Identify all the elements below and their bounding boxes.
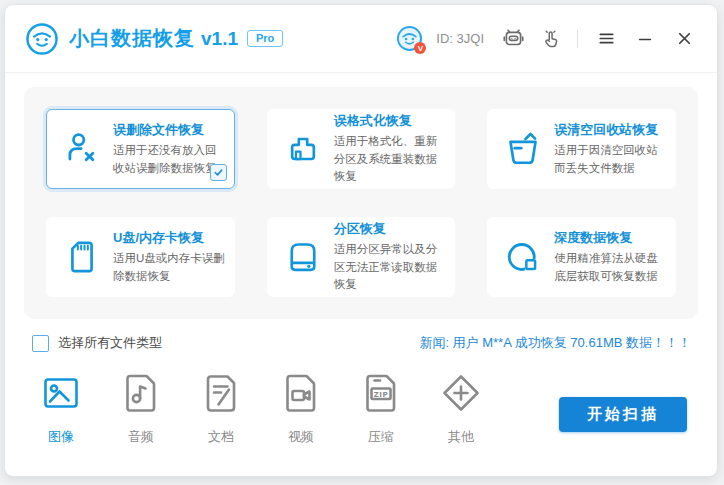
- select-all-checkbox[interactable]: [32, 335, 49, 352]
- card-partition-recovery[interactable]: 分区恢复 适用分区异常以及分区无法正常读取数据恢复: [267, 217, 456, 297]
- other-file-icon: [438, 371, 484, 415]
- video-file-icon: [278, 371, 324, 415]
- card-desc: 适用U盘或内存卡误删除数据恢复: [113, 250, 226, 286]
- card-title: 误删除文件恢复: [113, 121, 226, 139]
- user-x-icon: [62, 127, 102, 171]
- sd-card-icon: [62, 235, 102, 279]
- file-type-image[interactable]: 图像: [38, 371, 84, 446]
- file-type-zip[interactable]: ZIP 压缩: [358, 371, 404, 446]
- card-desc: 适用于因清空回收站而丢失文件数据: [554, 142, 667, 178]
- card-title: 分区恢复: [334, 220, 447, 238]
- app-title: 小白数据恢复: [69, 25, 195, 52]
- title-bar: 小白数据恢复 v1.1 Pro V ID: 3JQI: [5, 5, 717, 73]
- file-type-audio[interactable]: 音频: [118, 371, 164, 446]
- card-title: 误清空回收站恢复: [554, 121, 667, 139]
- minimize-button[interactable]: [632, 26, 658, 52]
- recycle-bin-icon: [503, 127, 543, 171]
- card-undelete-file-recovery[interactable]: 误删除文件恢复 适用于还没有放入回收站误删除数据恢复: [46, 109, 235, 189]
- select-all-label: 选择所有文件类型: [58, 334, 162, 352]
- deep-scan-icon: [503, 235, 543, 279]
- audio-file-icon: [118, 371, 164, 415]
- file-type-label: 音频: [118, 428, 164, 446]
- app-version: v1.1: [201, 28, 238, 50]
- app-logo-icon: [25, 22, 59, 56]
- card-desc: 适用于还没有放入回收站误删除数据恢复: [113, 142, 226, 178]
- document-file-icon: [198, 371, 244, 415]
- format-brush-icon: [283, 127, 323, 171]
- avatar-v-badge: V: [414, 42, 426, 54]
- start-scan-button[interactable]: 开始扫描: [559, 397, 687, 432]
- card-desc: 适用分区异常以及分区无法正常读取数据恢复: [334, 241, 447, 294]
- file-type-document[interactable]: 文档: [198, 371, 244, 446]
- file-type-label: 视频: [278, 428, 324, 446]
- file-type-label: 文档: [198, 428, 244, 446]
- toolbar-separator: [577, 30, 578, 48]
- user-avatar[interactable]: V: [396, 25, 423, 52]
- card-title: 误格式化恢复: [334, 112, 447, 130]
- svg-text:ZIP: ZIP: [374, 391, 389, 399]
- hard-drive-icon: [283, 235, 323, 279]
- card-desc: 使用精准算法从硬盘底层获取可恢复数据: [554, 250, 667, 286]
- file-type-label: 图像: [38, 428, 84, 446]
- card-title: 深度数据恢复: [554, 229, 667, 247]
- app-window: 小白数据恢复 v1.1 Pro V ID: 3JQI: [4, 4, 718, 477]
- file-type-label: 其他: [438, 428, 484, 446]
- card-format-recovery[interactable]: 误格式化恢复 适用于格式化、重新分区及系统重装数据恢复: [267, 109, 456, 189]
- options-row: 选择所有文件类型 新闻: 用户 M**A 成功恢复 70.61MB 数据！！！: [32, 334, 691, 352]
- file-type-other[interactable]: 其他: [438, 371, 484, 446]
- card-recycle-bin-recovery[interactable]: 误清空回收站恢复 适用于因清空回收站而丢失文件数据: [487, 109, 676, 189]
- close-button[interactable]: [671, 26, 697, 52]
- card-usb-sd-recovery[interactable]: U盘/内存卡恢复 适用U盘或内存卡误删除数据恢复: [46, 217, 235, 297]
- recovery-modes-panel: 误删除文件恢复 适用于还没有放入回收站误删除数据恢复 误格式化恢复 适用于格式化…: [24, 87, 698, 319]
- image-file-icon: [38, 371, 84, 415]
- card-deep-scan-recovery[interactable]: 深度数据恢复 使用精准算法从硬盘底层获取可恢复数据: [487, 217, 676, 297]
- card-desc: 适用于格式化、重新分区及系统重装数据恢复: [334, 133, 447, 186]
- file-type-video[interactable]: 视频: [278, 371, 324, 446]
- news-ticker: 新闻: 用户 M**A 成功恢复 70.61MB 数据！！！: [419, 334, 691, 352]
- user-id: ID: 3JQI: [436, 31, 484, 46]
- zip-file-icon: ZIP: [358, 371, 404, 415]
- robot-icon[interactable]: [501, 27, 525, 51]
- pro-badge: Pro: [247, 30, 283, 47]
- card-selected-checkbox[interactable]: [210, 164, 227, 181]
- card-title: U盘/内存卡恢复: [113, 229, 226, 247]
- hand-click-icon[interactable]: [538, 27, 562, 51]
- file-type-label: 压缩: [358, 428, 404, 446]
- menu-button[interactable]: [593, 26, 619, 52]
